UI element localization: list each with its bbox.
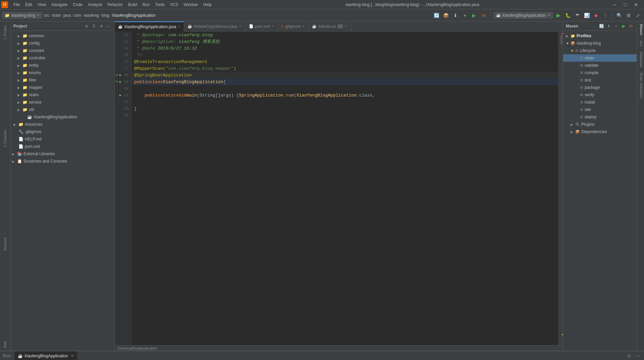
maven-item-validate[interactable]: ▶ ⚙ validate xyxy=(563,62,637,69)
tree-item-help[interactable]: ▶ 📄 HELP.md xyxy=(11,135,114,143)
tree-item-constant[interactable]: ▶ 📁 constant xyxy=(11,47,114,54)
toolbar-search-btn[interactable]: 🔍 xyxy=(615,11,623,19)
run-gutter-icon2-19[interactable]: ▶ xyxy=(119,80,121,84)
side-panel-bean-validation[interactable]: Bean Validation xyxy=(637,70,644,101)
maven-item-plugins[interactable]: ▶ 🔌 Plugins xyxy=(563,121,637,128)
breadcrumb-classname[interactable]: XiaofengBlogApplication xyxy=(112,13,156,18)
maven-item-verify[interactable]: ▶ ⚙ verify xyxy=(563,91,637,99)
menu-window[interactable]: Window xyxy=(181,1,201,8)
tree-item-realm[interactable]: ▶ 📁 realm xyxy=(11,91,114,99)
side-panel-maven[interactable]: Maven xyxy=(637,21,644,38)
maven-item-deploy[interactable]: ▶ ⚙ deploy xyxy=(563,113,637,121)
menu-view[interactable]: View xyxy=(35,1,49,8)
menu-analyze[interactable]: Analyze xyxy=(85,1,105,8)
maven-refresh-icon[interactable]: 🔄 xyxy=(598,23,604,29)
tree-item-util[interactable]: ▶ 📁 util xyxy=(11,106,114,113)
menu-file[interactable]: File xyxy=(11,1,22,8)
side-icon-favorites[interactable]: 2: Favorites xyxy=(1,127,10,150)
toolbar-coverage-btn[interactable]: ☂ xyxy=(573,11,581,19)
tree-item-ext-libs[interactable]: ▶ 📚 External Libraries xyxy=(11,150,114,158)
code-content[interactable]: * @package: com.xiaofeng.blog * @descrip… xyxy=(131,32,558,345)
maven-item-profiles[interactable]: ▶ 📁 Profiles xyxy=(563,32,637,40)
menu-edit[interactable]: Edit xyxy=(22,1,35,8)
menu-code[interactable]: Code xyxy=(70,1,85,8)
toolbar-debug-btn[interactable]: 🐛 xyxy=(564,11,572,19)
run-gutter-icon2-18[interactable]: ▶ xyxy=(119,73,121,77)
menu-tools[interactable]: Tools xyxy=(153,1,167,8)
tab-iarticle[interactable]: ☕ IArticleCopyService.java ✕ xyxy=(184,21,245,32)
maven-item-compile[interactable]: ▶ ⚙ compile xyxy=(563,69,637,76)
side-panel-ant[interactable]: Ant xyxy=(637,38,644,49)
tab-pom[interactable]: 📄 pom.xml ✕ xyxy=(246,21,278,32)
run-gutter-icon-21[interactable]: ▶ xyxy=(119,93,121,97)
tab-gitignore[interactable]: ℹ .gitignore ✕ xyxy=(278,21,309,32)
side-panel-database[interactable]: Database xyxy=(637,49,644,70)
bottom-minimize-btn[interactable]: — xyxy=(634,352,641,360)
maven-item-install[interactable]: ▶ ⚙ install xyxy=(563,99,637,106)
breadcrumb-xiaofeng[interactable]: xiaofeng xyxy=(84,13,99,18)
menu-vcs[interactable]: VCS xyxy=(167,1,181,8)
toolbar-add-btn[interactable]: + xyxy=(461,11,469,19)
toolbar-download-btn[interactable]: ⬇ xyxy=(451,11,460,19)
tab-close-articleloo[interactable]: ✕ xyxy=(344,24,347,28)
tab-close-iarticle[interactable]: ✕ xyxy=(239,24,242,28)
maven-add-icon[interactable]: + xyxy=(613,23,619,29)
menu-refactor[interactable]: Refactor xyxy=(105,1,125,8)
side-icon-structure[interactable]: Structure xyxy=(1,235,10,254)
toolbar-run-m-btn[interactable]: m xyxy=(480,11,488,19)
tree-item-main-class[interactable]: ▶ ☕ XiaofengBlogApplication xyxy=(11,113,114,121)
breadcrumb-main[interactable]: main xyxy=(52,13,61,18)
tab-close-pom[interactable]: ✕ xyxy=(271,24,274,28)
maven-item-clean[interactable]: ▶ ⚙ clean xyxy=(563,54,637,62)
tree-item-resources[interactable]: ▶ 📁 resources xyxy=(11,121,114,128)
tab-articleloo[interactable]: ☕ ArticleLoo ≡2 ✕ xyxy=(309,21,351,32)
close-btn[interactable]: ✕ xyxy=(632,1,640,9)
project-selector[interactable]: 📁 xiaofeng-blog ▼ xyxy=(2,12,43,19)
toolbar-more-btn[interactable]: ⋮ xyxy=(601,11,609,19)
toolbar-maven-btn[interactable]: 📦 xyxy=(442,11,450,19)
run-gutter-icon-19[interactable]: ⟳ xyxy=(115,80,118,84)
toolbar-sync-btn[interactable]: 🔄 xyxy=(433,11,441,19)
panel-new-btn[interactable]: ⊕ xyxy=(84,23,90,29)
tab-main-class[interactable]: ☕ XiaofengBlogApplication.java ✕ xyxy=(115,21,184,32)
breadcrumb-com[interactable]: com xyxy=(73,13,81,18)
tree-item-pom[interactable]: ▶ 📄 pom.xml xyxy=(11,143,114,150)
panel-collapse-btn[interactable]: — xyxy=(106,23,112,29)
tree-item-enums[interactable]: ▶ 📁 enums xyxy=(11,69,114,76)
bottom-settings-btn[interactable]: ⚙ xyxy=(625,352,633,360)
menu-build[interactable]: Build xyxy=(125,1,140,8)
toolbar-build-btn[interactable]: ▶ xyxy=(554,11,562,19)
tree-item-mapper[interactable]: ▶ 📁 mapper xyxy=(11,84,114,91)
tree-item-config[interactable]: ▶ 📁 config xyxy=(11,40,114,47)
tab-close-main[interactable]: ✕ xyxy=(177,24,180,29)
side-icon-web[interactable]: Web xyxy=(1,339,10,351)
run-config-selector[interactable]: ☕ XiaofengBlogApplication ▼ xyxy=(493,12,553,19)
maven-item-lifecycle[interactable]: ▼ ⚙ Lifecycle xyxy=(563,47,637,54)
run-gutter-icon-18[interactable]: ⟳ xyxy=(115,73,118,77)
menu-navigate[interactable]: Navigate xyxy=(49,1,70,8)
maven-item-site[interactable]: ▶ ⚙ site xyxy=(563,106,637,113)
toolbar-stop-btn[interactable]: ■ xyxy=(592,11,600,19)
maven-item-test[interactable]: ▶ ⚙ test xyxy=(563,76,637,84)
tree-item-service[interactable]: ▶ 📁 service xyxy=(11,99,114,106)
panel-settings-btn[interactable]: ⚙ xyxy=(98,23,104,29)
maven-download-icon[interactable]: ⬇ xyxy=(606,23,612,29)
breadcrumb-java[interactable]: java xyxy=(63,13,71,18)
breadcrumb-src[interactable]: src xyxy=(44,13,49,18)
tree-item-entity[interactable]: ▶ 📁 entity xyxy=(11,62,114,69)
breadcrumb-blog[interactable]: blog xyxy=(102,13,109,18)
toolbar-expand-btn[interactable]: ⤢ xyxy=(634,11,642,19)
tab-close-gitignore[interactable]: ✕ xyxy=(302,24,305,28)
toolbar-settings-btn[interactable]: ⚙ xyxy=(625,11,633,19)
tree-item-gitignore[interactable]: ▶ 🔧 .gitignore xyxy=(11,128,114,135)
panel-sort-btn[interactable]: ⇅ xyxy=(91,23,97,29)
run-tab-close[interactable]: ✕ xyxy=(71,354,74,358)
toolbar-profiler-btn[interactable]: 📊 xyxy=(583,11,591,19)
tree-item-scratches[interactable]: ▶ 📋 Scratches and Consoles xyxy=(11,158,114,165)
run-tab-main[interactable]: ☕ XiaofengBlogApplication ✕ xyxy=(14,351,77,360)
toolbar-run-green-btn[interactable]: ▶ xyxy=(470,11,478,19)
maven-item-project[interactable]: ▼ 📦 xiaofeng-blog xyxy=(563,40,637,47)
menu-run[interactable]: Run xyxy=(140,1,153,8)
maven-item-package[interactable]: ▶ ⚙ package xyxy=(563,84,637,91)
maven-run-icon[interactable]: ▶ xyxy=(621,23,627,29)
